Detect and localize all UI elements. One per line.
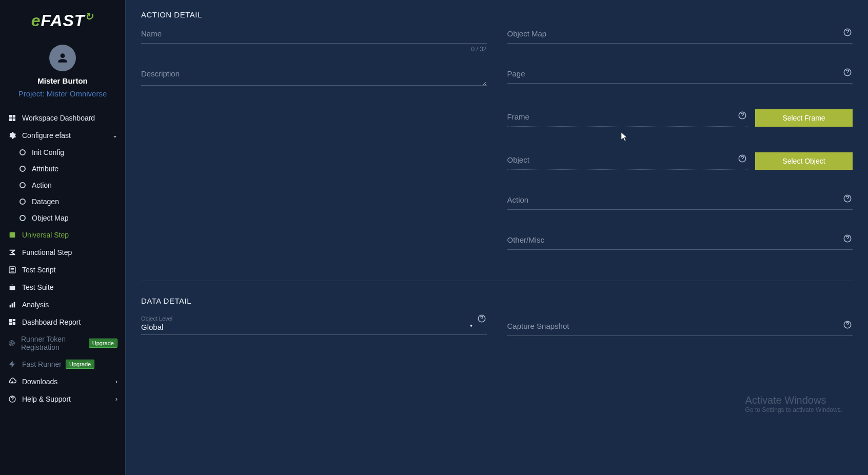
sidebar-item-label: Test Suite xyxy=(22,283,53,291)
svg-rect-0 xyxy=(9,115,12,117)
sidebar-item-label: Universal Step xyxy=(22,231,69,239)
field-action: Action xyxy=(507,195,853,210)
sidebar-item-label: Action xyxy=(32,181,52,189)
field-description: Description xyxy=(141,69,487,88)
object-map-input[interactable] xyxy=(507,29,853,44)
user-icon xyxy=(56,51,69,65)
help-icon[interactable] xyxy=(842,27,853,37)
svg-rect-9 xyxy=(10,305,11,307)
upgrade-badge[interactable]: Upgrade xyxy=(66,360,94,369)
sidebar-item-label: Datagen xyxy=(32,197,59,206)
object-level-select[interactable]: Global xyxy=(141,323,487,335)
sidebar-item-test-script[interactable]: Test Script xyxy=(0,261,125,279)
sidebar-item-fast-runner[interactable]: Fast Runner Upgrade xyxy=(0,355,125,373)
field-object-row: Object Select Object xyxy=(507,152,853,170)
gear-icon xyxy=(8,131,17,140)
sidebar-item-label: Workspace Dashboard xyxy=(22,114,95,122)
sidebar-item-help[interactable]: Help & Support › xyxy=(0,390,125,408)
dashboard-icon xyxy=(8,318,17,327)
svg-rect-1 xyxy=(13,115,15,117)
sidebar-item-label: Attribute xyxy=(32,165,58,173)
sidebar-item-label: Init Config xyxy=(32,148,64,156)
grid-icon xyxy=(8,113,17,123)
username: Mister Burton xyxy=(0,76,125,85)
sidebar-item-functional-step[interactable]: Functional Step xyxy=(0,244,125,261)
sidebar-item-label: Dashboard Report xyxy=(22,318,81,326)
select-frame-button[interactable]: Select Frame xyxy=(755,109,853,127)
sidebar-item-label: Object Map xyxy=(32,214,69,222)
section-title-data-detail: DATA DETAIL xyxy=(141,296,853,305)
sidebar-item-label: Functional Step xyxy=(22,248,72,256)
bolt-icon xyxy=(8,360,17,369)
sidebar-item-label: Help & Support xyxy=(22,395,71,403)
sidebar-item-object-map[interactable]: Object Map xyxy=(0,210,125,226)
svg-rect-4 xyxy=(10,232,15,237)
help-icon[interactable] xyxy=(842,193,853,204)
help-icon[interactable] xyxy=(737,110,747,121)
object-level-label: Object Level xyxy=(141,315,487,322)
radio-icon xyxy=(19,149,26,155)
sidebar-item-datagen[interactable]: Datagen xyxy=(0,193,125,210)
object-input[interactable] xyxy=(507,155,748,170)
help-icon[interactable] xyxy=(477,313,487,324)
field-object-level: Object Level Global xyxy=(141,315,487,335)
sidebar-item-analysis[interactable]: Analysis xyxy=(0,296,125,313)
sidebar-item-test-suite[interactable]: Test Suite xyxy=(0,279,125,296)
cloud-download-icon xyxy=(8,377,17,386)
sidebar-item-label: Test Script xyxy=(22,266,55,274)
help-icon[interactable] xyxy=(842,320,853,330)
upgrade-badge[interactable]: Upgrade xyxy=(89,339,117,348)
field-other: Other/Misc xyxy=(507,235,853,250)
sidebar-item-configure[interactable]: Configure efast ⌄ xyxy=(0,127,125,144)
radio-icon xyxy=(19,166,26,172)
help-icon[interactable] xyxy=(737,153,747,164)
windows-watermark: Activate Windows Go to Settings to activ… xyxy=(745,394,842,413)
radio-icon xyxy=(19,182,26,188)
name-counter: 0 / 32 xyxy=(471,46,486,53)
page-input[interactable] xyxy=(507,69,853,84)
description-input[interactable] xyxy=(141,69,487,86)
sidebar-item-label: Fast Runner xyxy=(22,360,62,368)
chevron-right-icon: › xyxy=(115,378,117,385)
sidebar-item-label: Runner Token Registration xyxy=(21,335,85,351)
svg-rect-10 xyxy=(12,303,13,307)
project-label[interactable]: Project: Mister Omniverse xyxy=(0,89,125,98)
sidebar-item-downloads[interactable]: Downloads › xyxy=(0,373,125,390)
sidebar-item-runner-token[interactable]: Runner Token Registration Upgrade xyxy=(0,331,125,355)
help-icon[interactable] xyxy=(842,233,853,244)
watermark-title: Activate Windows xyxy=(745,394,842,406)
svg-point-17 xyxy=(10,341,14,345)
fingerprint-icon xyxy=(8,339,16,348)
sidebar-item-label: Configure efast xyxy=(22,131,71,140)
svg-rect-3 xyxy=(13,118,15,121)
avatar[interactable] xyxy=(49,45,76,71)
other-input[interactable] xyxy=(507,235,853,250)
sigma-icon xyxy=(8,248,17,257)
sidebar-item-label: Downloads xyxy=(22,378,57,386)
frame-input[interactable] xyxy=(507,112,748,127)
chevron-down-icon: ⌄ xyxy=(112,132,117,139)
sidebar-item-init-config[interactable]: Init Config xyxy=(0,144,125,161)
name-input[interactable] xyxy=(141,29,487,44)
svg-rect-11 xyxy=(14,302,15,307)
list-icon xyxy=(8,265,17,274)
chart-icon xyxy=(8,300,17,309)
svg-rect-15 xyxy=(13,322,15,325)
sidebar-item-attribute[interactable]: Attribute xyxy=(0,161,125,177)
help-icon[interactable] xyxy=(842,67,853,77)
field-page: Page xyxy=(507,69,853,84)
action-input[interactable] xyxy=(507,195,853,210)
sidebar-item-action[interactable]: Action xyxy=(0,177,125,193)
sidebar-item-label: Analysis xyxy=(22,301,49,309)
svg-rect-14 xyxy=(9,323,12,325)
select-object-button[interactable]: Select Object xyxy=(755,152,853,170)
section-divider xyxy=(141,281,853,281)
sidebar-item-universal-step[interactable]: Universal Step xyxy=(0,226,125,244)
section-title-action-detail: ACTION DETAIL xyxy=(141,10,853,19)
field-name: Name 0 / 32 xyxy=(141,29,487,44)
sidebar-item-dashboard-report[interactable]: Dashboard Report xyxy=(0,313,125,331)
capture-snapshot-input[interactable] xyxy=(507,322,853,336)
help-icon xyxy=(8,394,17,404)
field-object-map: Object Map xyxy=(507,29,853,44)
sidebar-item-workspace[interactable]: Workspace Dashboard xyxy=(0,109,125,127)
